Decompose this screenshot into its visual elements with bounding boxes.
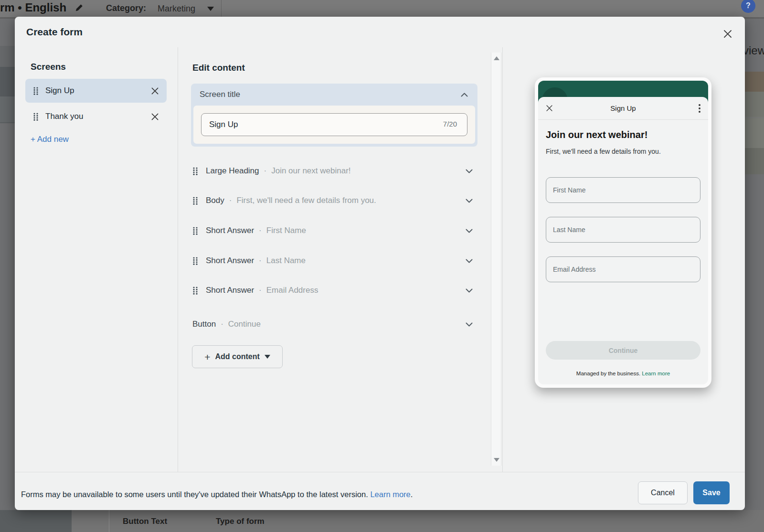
row-separator: ·: [259, 286, 262, 295]
screen-item-label: Thank you: [45, 112, 151, 121]
drag-handle-icon[interactable]: [33, 86, 39, 96]
chevron-down-icon[interactable]: [466, 229, 473, 233]
background-bottom-strip: [0, 510, 764, 532]
plus-icon: +: [204, 352, 210, 362]
background-left-strip: [0, 46, 15, 67]
row-type: Short Answer: [206, 256, 254, 266]
screen-item-thank-you[interactable]: Thank you: [25, 105, 167, 128]
background-right-strip-2: [745, 92, 764, 117]
category-dropdown[interactable]: Marketing: [158, 4, 195, 14]
chevron-down-icon[interactable]: [466, 169, 473, 173]
footer-notice-text: Forms may be unavailable to some users u…: [21, 490, 368, 499]
row-value: First, we'll need a few details from you…: [236, 196, 466, 205]
row-value: Email Address: [266, 286, 466, 295]
background-left-row: [0, 96, 15, 123]
background-column-header-button-text: Button Text: [123, 517, 167, 526]
drag-handle-icon[interactable]: [192, 286, 198, 295]
add-new-screen-link[interactable]: + Add new: [31, 135, 69, 144]
modal-title: Create form: [26, 26, 83, 38]
preview-body-text: First, we'll need a few details from you…: [546, 147, 700, 156]
character-counter: 7/20: [443, 120, 457, 128]
disclaimer-learn-more-link[interactable]: Learn more: [642, 371, 670, 376]
preview-continue-button: Continue: [546, 341, 700, 360]
disclaimer-text: Managed by the business.: [576, 371, 640, 376]
save-button[interactable]: Save: [693, 481, 730, 504]
chevron-down-icon[interactable]: [466, 322, 473, 327]
topbar-divider: [221, 0, 222, 17]
preview-disclaimer: Managed by the business. Learn more: [546, 371, 700, 376]
background-column-header-type-of-form: Type of form: [216, 517, 265, 526]
footer-learn-more-link[interactable]: Learn more: [370, 490, 410, 499]
background-form-title: rm • English: [0, 1, 66, 14]
edit-pencil-icon[interactable]: [75, 3, 84, 14]
row-value: First Name: [266, 226, 466, 235]
preview-field-first-name: First Name: [546, 177, 700, 203]
drag-handle-icon[interactable]: [192, 167, 198, 176]
content-row-large-heading[interactable]: Large Heading · Join our next webinar!: [191, 160, 478, 182]
editor-divider: [502, 47, 503, 472]
drag-handle-icon[interactable]: [192, 256, 198, 266]
screen-item-sign-up[interactable]: Sign Up: [25, 79, 167, 103]
screen-title-input[interactable]: [201, 113, 467, 136]
row-separator: ·: [264, 166, 267, 176]
preview-field-last-name: Last Name: [546, 217, 700, 243]
drag-handle-icon[interactable]: [192, 226, 198, 235]
row-value: Continue: [228, 319, 466, 329]
row-type: Short Answer: [206, 226, 254, 235]
category-caret-icon[interactable]: [207, 7, 214, 11]
chevron-up-icon: [461, 93, 468, 97]
screen-title-label: Screen title: [200, 90, 461, 99]
background-right-strip-3: [745, 118, 764, 148]
screen-item-label: Sign Up: [45, 86, 151, 96]
kebab-menu-icon: [691, 104, 700, 113]
row-value: Join our next webinar!: [271, 166, 466, 176]
close-icon: [546, 105, 555, 112]
edit-content-heading: Edit content: [192, 63, 245, 73]
screen-title-panel: 7/20: [193, 106, 475, 144]
screen-title-section: Screen title 7/20: [191, 84, 478, 147]
content-row-button[interactable]: Button · Continue: [191, 313, 478, 336]
caret-down-icon: [265, 355, 270, 359]
create-form-modal: Create form Screens Sign Up Thank you: [15, 17, 745, 510]
row-type: Large Heading: [206, 166, 259, 176]
footer-notice: Forms may be unavailable to some users u…: [21, 490, 413, 499]
editor-scrollbar[interactable]: [491, 53, 501, 466]
scrollbar-down-icon[interactable]: [494, 458, 499, 462]
row-separator: ·: [259, 226, 262, 235]
content-row-short-answer-email[interactable]: Short Answer · Email Address: [191, 279, 478, 302]
content-row-short-answer-first-name[interactable]: Short Answer · First Name: [191, 219, 478, 242]
footer-divider: [15, 472, 745, 472]
content-row-body[interactable]: Body · First, we'll need a few details f…: [191, 189, 478, 212]
background-bottom-sidebar: [0, 510, 72, 532]
background-left-selected-row: [0, 67, 15, 96]
content-row-short-answer-last-name[interactable]: Short Answer · Last Name: [191, 249, 478, 272]
row-type: Short Answer: [206, 286, 254, 295]
drag-handle-icon[interactable]: [192, 196, 198, 205]
drag-handle-icon[interactable]: [33, 112, 39, 121]
cancel-button[interactable]: Cancel: [638, 481, 688, 504]
row-separator: ·: [221, 319, 223, 329]
chevron-down-icon[interactable]: [466, 288, 473, 293]
sidebar-divider: [178, 47, 178, 472]
preview-heading: Join our next webinar!: [546, 128, 700, 141]
row-separator: ·: [259, 256, 262, 266]
phone-preview: Sign Up Join our next webinar! First, we…: [535, 77, 711, 388]
background-right-strip-1: [745, 72, 764, 92]
close-icon[interactable]: [720, 26, 736, 42]
category-label: Category:: [106, 3, 146, 13]
scrollbar-up-icon[interactable]: [494, 56, 499, 60]
add-content-label: Add content: [215, 352, 259, 361]
add-content-button[interactable]: + Add content: [192, 345, 283, 368]
remove-screen-icon[interactable]: [151, 113, 159, 121]
background-right-strip-4: [745, 148, 764, 174]
row-value: Last Name: [266, 256, 466, 266]
remove-screen-icon[interactable]: [151, 87, 159, 95]
row-type: Body: [206, 196, 224, 205]
form-nav-bar: Sign Up: [538, 97, 708, 120]
chevron-down-icon[interactable]: [466, 259, 473, 263]
chevron-down-icon[interactable]: [466, 199, 473, 203]
form-sheet: Sign Up Join our next webinar! First, we…: [538, 97, 708, 384]
preview-screen-title: Sign Up: [555, 104, 691, 112]
footer-period: .: [411, 490, 413, 499]
screen-title-section-header[interactable]: Screen title: [191, 84, 478, 106]
